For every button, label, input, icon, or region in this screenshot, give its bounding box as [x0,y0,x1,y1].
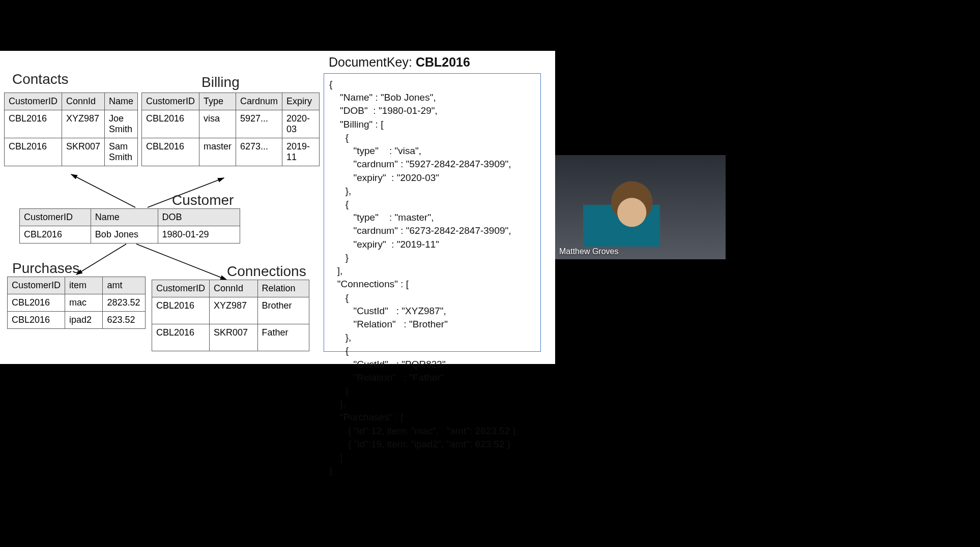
cell: 2823.52 [103,294,146,312]
cell: master [199,138,236,166]
svg-line-2 [76,244,126,275]
cell: 6273... [236,138,282,166]
purchases-h2: amt [103,277,146,294]
customer-h0: CustomerID [20,209,91,226]
doc-key-label: DocumentKey: [329,55,412,69]
table-row: CBL2016 visa 5927... 2020-03 [142,110,320,138]
svg-line-3 [136,244,226,280]
slide-canvas: Contacts CustomerID ConnId Name CBL2016 … [0,51,555,364]
customer-table: CustomerID Name DOB CBL2016 Bob Jones 19… [19,208,240,244]
cell: Bob Jones [91,226,158,244]
connections-title: Connections [227,263,306,280]
customer-title: Customer [172,192,234,208]
contacts-h0: CustomerID [5,93,62,110]
document-key-heading: DocumentKey: CBL2016 [329,55,470,70]
cell: Father [257,324,309,351]
billing-h0: CustomerID [142,93,199,110]
customer-h2: DOB [158,209,240,226]
doc-key-value: CBL2016 [416,55,470,69]
connections-h2: Relation [257,280,309,297]
billing-title: Billing [201,74,240,90]
table-row: CBL2016 SKR007 Father [152,324,309,351]
cell: visa [199,110,236,138]
table-row: CBL2016 XYZ987 Brother [152,297,309,324]
stage: Contacts CustomerID ConnId Name CBL2016 … [0,0,980,547]
purchases-title: Purchases [12,260,79,277]
contacts-table: CustomerID ConnId Name CBL2016 XYZ987 Jo… [4,93,138,166]
billing-h2: Cardnum [236,93,282,110]
cell: CBL2016 [8,312,65,329]
connections-h1: ConnId [210,280,258,297]
contacts-h1: ConnId [62,93,105,110]
table-row: CBL2016 Bob Jones 1980-01-29 [20,226,240,244]
cell: Brother [257,297,309,324]
cell: CBL2016 [152,324,210,351]
json-code-box: { "Name" : "Bob Jones", "DOB" : "1980-01… [324,73,541,352]
cell: SKR007 [210,324,258,351]
table-row: CBL2016 master 6273... 2019-11 [142,138,320,166]
customer-h1: Name [91,209,158,226]
cell: Sam Smith [105,138,138,166]
table-row: CBL2016 SKR007 Sam Smith [5,138,138,166]
cell: 2020-03 [282,110,320,138]
cell: 623.52 [103,312,146,329]
billing-h3: Expiry [282,93,320,110]
presenter-name: Matthew Groves [559,247,618,256]
cell: 2019-11 [282,138,320,166]
presenter-webcam: Matthew Groves [555,155,726,259]
cell: CBL2016 [142,138,199,166]
cell: CBL2016 [5,138,62,166]
cell: SKR007 [62,138,105,166]
cell: CBL2016 [8,294,65,312]
purchases-h0: CustomerID [8,277,65,294]
cell: CBL2016 [142,110,199,138]
contacts-h2: Name [105,93,138,110]
cell: CBL2016 [5,110,62,138]
contacts-title: Contacts [12,71,69,87]
purchases-h1: item [65,277,103,294]
cell: XYZ987 [210,297,258,324]
connections-h0: CustomerID [152,280,210,297]
webcam-image [555,155,726,259]
cell: mac [65,294,103,312]
cell: 5927... [236,110,282,138]
purchases-table: CustomerID item amt CBL2016 mac 2823.52 … [7,277,146,329]
cell: CBL2016 [152,297,210,324]
cell: Joe Smith [105,110,138,138]
table-row: CBL2016 XYZ987 Joe Smith [5,110,138,138]
table-row: CBL2016 mac 2823.52 [8,294,146,312]
billing-h1: Type [199,93,236,110]
cell: XYZ987 [62,110,105,138]
cell: ipad2 [65,312,103,329]
cell: 1980-01-29 [158,226,240,244]
billing-table: CustomerID Type Cardnum Expiry CBL2016 v… [141,93,320,166]
connections-table: CustomerID ConnId Relation CBL2016 XYZ98… [152,280,309,351]
table-row: CBL2016 ipad2 623.52 [8,312,146,329]
cell: CBL2016 [20,226,91,244]
svg-line-0 [71,174,135,207]
